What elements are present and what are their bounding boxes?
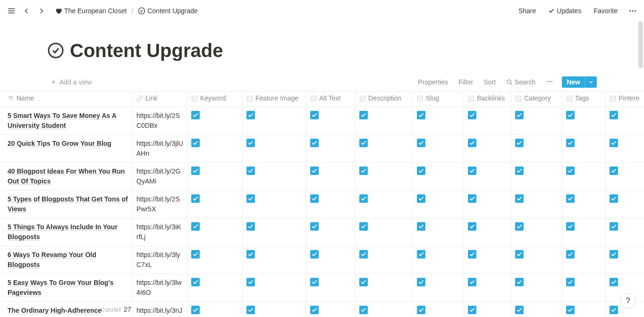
cell-name[interactable]: 6 Ways To Revamp Your Old Blogposts	[0, 246, 133, 274]
checked-icon[interactable]	[468, 139, 476, 147]
checked-icon[interactable]	[246, 194, 255, 203]
checked-icon[interactable]	[191, 194, 200, 203]
cell-tags[interactable]	[562, 135, 606, 162]
favorite-button[interactable]: Favorite	[591, 5, 620, 17]
cell-tags[interactable]	[562, 274, 606, 301]
cell-name[interactable]: 5 Things To Always Include In Your Blogp…	[0, 218, 133, 246]
checked-icon[interactable]	[359, 167, 368, 175]
cell-alt_text[interactable]	[306, 218, 356, 246]
checked-icon[interactable]	[610, 278, 618, 286]
checked-icon[interactable]	[417, 194, 425, 203]
checked-icon[interactable]	[246, 111, 255, 119]
cell-keyword[interactable]	[187, 163, 243, 190]
add-view-button[interactable]: Add a view	[47, 77, 94, 87]
cell-feature_image[interactable]	[243, 135, 306, 162]
checked-icon[interactable]	[191, 139, 200, 147]
checked-icon[interactable]	[417, 222, 425, 231]
cell-alt_text[interactable]	[306, 274, 356, 301]
cell-name[interactable]: 5 Smart Ways To Save Money As A Universi…	[0, 107, 133, 134]
cell-tags[interactable]	[562, 191, 606, 218]
checked-icon[interactable]	[310, 111, 319, 119]
checked-icon[interactable]	[310, 306, 319, 314]
cell-alt_text[interactable]	[306, 107, 356, 134]
table-row[interactable]: The Ordinary High-Adherence Silicone Pri…	[0, 302, 644, 317]
checked-icon[interactable]	[515, 139, 524, 147]
table-row[interactable]: 40 Blogpost Ideas For When You Run Out O…	[0, 163, 644, 191]
cell-alt_text[interactable]	[306, 163, 356, 190]
checked-icon[interactable]	[610, 222, 618, 231]
filter-button[interactable]: Filter	[457, 77, 475, 87]
checked-icon[interactable]	[515, 306, 524, 314]
cell-description[interactable]	[356, 302, 413, 317]
cell-link[interactable]: https://bit.ly/3lw4I6O	[133, 274, 187, 301]
cell-category[interactable]	[511, 107, 562, 134]
checked-icon[interactable]	[515, 250, 524, 259]
cell-backlinks[interactable]	[464, 246, 511, 274]
breadcrumb-current[interactable]: Content Upgrade	[136, 6, 200, 16]
cell-category[interactable]	[511, 302, 562, 317]
checked-icon[interactable]	[566, 306, 575, 314]
cell-category[interactable]	[511, 163, 562, 190]
checked-icon[interactable]	[610, 306, 618, 314]
cell-feature_image[interactable]	[243, 302, 306, 317]
checked-icon[interactable]	[566, 194, 575, 203]
cell-alt_text[interactable]	[306, 191, 356, 218]
checked-icon[interactable]	[246, 306, 255, 314]
cell-keyword[interactable]	[187, 302, 243, 317]
col-header-tags[interactable]: Tags	[562, 92, 606, 107]
checked-icon[interactable]	[310, 250, 319, 259]
cell-name[interactable]: 5 Easy Ways To Grow Your Blog's Pageview…	[0, 274, 133, 301]
cell-category[interactable]	[511, 191, 562, 218]
checked-icon[interactable]	[359, 194, 368, 203]
scrollbar-vertical[interactable]	[638, 21, 643, 68]
table-row[interactable]: 5 Easy Ways To Grow Your Blog's Pageview…	[0, 274, 644, 302]
cell-link[interactable]: https://bit.ly/3lyC7xL	[133, 246, 187, 274]
back-icon[interactable]	[21, 5, 32, 17]
new-button[interactable]: New	[562, 76, 585, 88]
checked-icon[interactable]	[468, 194, 476, 203]
checked-icon[interactable]	[566, 278, 575, 286]
col-header-feature-image[interactable]: Feature Image	[243, 92, 306, 107]
checked-icon[interactable]	[566, 139, 575, 147]
cell-description[interactable]	[356, 163, 413, 190]
share-button[interactable]: Share	[516, 5, 539, 17]
checked-icon[interactable]	[191, 167, 200, 175]
cell-slug[interactable]	[413, 135, 464, 162]
cell-name[interactable]: 20 Quick Tips To Grow Your Blog	[0, 135, 133, 162]
col-header-slug[interactable]: Slug	[413, 92, 464, 107]
checked-icon[interactable]	[566, 167, 575, 175]
cell-slug[interactable]	[413, 302, 464, 317]
table-row[interactable]: 6 Ways To Revamp Your Old Blogpostshttps…	[0, 246, 644, 274]
checked-icon[interactable]	[417, 250, 425, 259]
cell-keyword[interactable]	[187, 246, 243, 274]
checked-icon[interactable]	[515, 111, 524, 119]
checked-icon[interactable]	[191, 306, 200, 314]
checked-icon[interactable]	[191, 111, 200, 119]
db-more-icon[interactable]	[544, 77, 555, 88]
cell-slug[interactable]	[413, 191, 464, 218]
checked-icon[interactable]	[191, 222, 200, 231]
search-button[interactable]: Search	[504, 77, 537, 87]
checked-icon[interactable]	[417, 278, 425, 286]
cell-description[interactable]	[356, 135, 413, 162]
cell-name[interactable]: 5 Types of Blogposts That Get Tons of Vi…	[0, 191, 133, 218]
hamburger-icon[interactable]	[6, 5, 17, 17]
cell-slug[interactable]	[413, 246, 464, 274]
checked-icon[interactable]	[566, 222, 575, 231]
cell-description[interactable]	[356, 274, 413, 301]
checked-icon[interactable]	[310, 139, 319, 147]
cell-backlinks[interactable]	[464, 107, 511, 134]
checked-icon[interactable]	[359, 222, 368, 231]
checked-icon[interactable]	[417, 139, 425, 147]
cell-keyword[interactable]	[187, 218, 243, 246]
cell-backlinks[interactable]	[464, 191, 511, 218]
breadcrumb-parent[interactable]: The European Closet	[53, 6, 128, 16]
checked-icon[interactable]	[566, 111, 575, 119]
checked-icon[interactable]	[610, 139, 618, 147]
cell-feature_image[interactable]	[243, 191, 306, 218]
page-title[interactable]: Content Upgrade	[70, 39, 223, 62]
cell-link[interactable]: https://bit.ly/2SPwr5X	[133, 191, 187, 218]
checked-icon[interactable]	[359, 306, 368, 314]
cell-description[interactable]	[356, 218, 413, 246]
cell-slug[interactable]	[413, 107, 464, 134]
